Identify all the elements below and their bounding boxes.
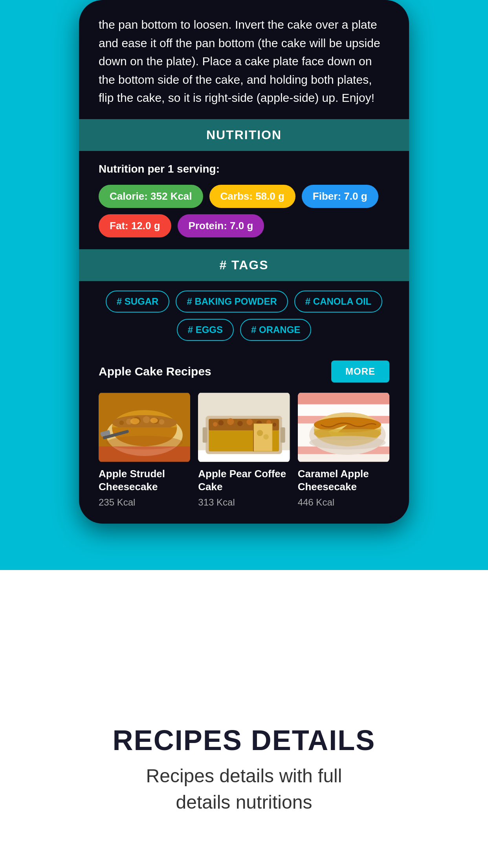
bottom-subtitle: Recipes details with fulldetails nutriti…	[146, 763, 342, 815]
svg-point-9	[159, 419, 165, 425]
recipe-image-1	[99, 392, 190, 463]
svg-rect-16	[99, 446, 190, 462]
svg-rect-37	[281, 427, 285, 443]
recipe-card-1[interactable]: Apple Strudel Cheesecake 235 Kcal	[99, 392, 190, 508]
svg-point-49	[309, 436, 385, 449]
svg-point-35	[264, 434, 269, 440]
nutrition-section: Nutrition per 1 serving: Calorie: 352 Kc…	[79, 151, 409, 249]
svg-point-10	[119, 420, 124, 425]
recipe-text-content: the pan bottom to loosen. Invert the cak…	[99, 18, 380, 104]
recipes-grid: Apple Strudel Cheesecake 235 Kcal	[99, 392, 389, 508]
recipe-card-2-title: Apple Pear Coffee Cake	[198, 467, 290, 494]
tags-section: # SUGAR # BAKING POWDER # CANOLA OIL # E…	[79, 281, 409, 353]
recipe-card-2-kcal: 313 Kcal	[198, 497, 290, 508]
tags-header: # TAGS	[79, 249, 409, 281]
nutrition-per-serving: Nutrition per 1 serving:	[99, 163, 389, 175]
recipe-instructions: the pan bottom to loosen. Invert the cak…	[79, 0, 409, 119]
svg-point-34	[257, 430, 263, 436]
svg-point-7	[143, 416, 150, 423]
protein-badge: Protein: 7.0 g	[178, 214, 264, 237]
bottom-promo-section: RECIPES DETAILS Recipes details with ful…	[0, 640, 488, 868]
svg-point-11	[130, 418, 139, 424]
calorie-badge: Calorie: 352 Kcal	[99, 185, 203, 208]
tag-sugar[interactable]: # SUGAR	[106, 291, 170, 313]
svg-point-12	[150, 417, 158, 423]
svg-point-26	[247, 419, 253, 425]
fiber-badge: Fiber: 7.0 g	[302, 185, 378, 208]
svg-rect-40	[298, 393, 389, 404]
related-header: Apple Cake Recipes MORE	[99, 360, 389, 383]
carbs-badge: Carbs: 58.0 g	[209, 185, 295, 208]
more-button[interactable]: MORE	[331, 360, 389, 383]
bottom-title: RECIPES DETAILS	[113, 724, 376, 756]
recipe-card-3[interactable]: Caramel Apple Cheesecake 446 Kcal	[298, 392, 389, 508]
recipe-card-3-title: Caramel Apple Cheesecake	[298, 467, 389, 494]
recipe-image-3	[298, 392, 389, 463]
svg-point-25	[237, 421, 243, 426]
phone-frame: the pan bottom to loosen. Invert the cak…	[79, 0, 409, 524]
recipe-card-1-kcal: 235 Kcal	[99, 497, 190, 508]
svg-point-29	[213, 422, 218, 427]
tag-eggs[interactable]: # EGGS	[177, 319, 234, 341]
recipe-card-3-kcal: 446 Kcal	[298, 497, 389, 508]
tag-baking-powder[interactable]: # BAKING POWDER	[176, 291, 288, 313]
svg-point-23	[218, 420, 224, 425]
related-recipes-section: Apple Cake Recipes MORE	[79, 353, 409, 524]
related-title: Apple Cake Recipes	[99, 365, 211, 378]
recipe-image-2	[198, 392, 290, 463]
nutrition-badges: Calorie: 352 Kcal Carbs: 58.0 g Fiber: 7…	[99, 185, 389, 237]
tag-canola-oil[interactable]: # CANOLA OIL	[294, 291, 382, 313]
svg-point-30	[273, 423, 277, 427]
fat-badge: Fat: 12.0 g	[99, 214, 171, 237]
svg-point-24	[227, 418, 234, 425]
recipe-card-2[interactable]: Apple Pear Coffee Cake 313 Kcal	[198, 392, 290, 508]
svg-rect-36	[203, 427, 207, 443]
tag-orange[interactable]: # ORANGE	[240, 319, 311, 341]
nutrition-header: NUTRITION	[79, 119, 409, 151]
recipe-card-1-title: Apple Strudel Cheesecake	[99, 467, 190, 494]
svg-rect-33	[254, 424, 272, 451]
